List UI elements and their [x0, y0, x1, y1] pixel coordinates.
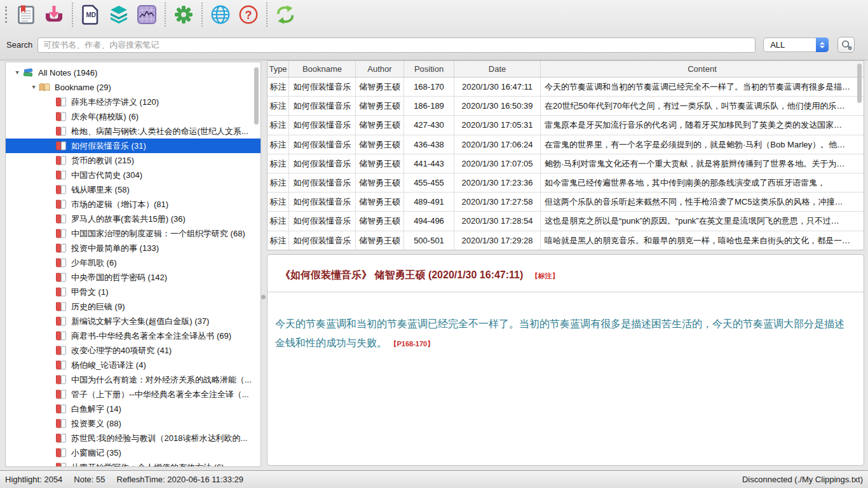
cell-position: 436-438 [404, 135, 454, 154]
tree-item[interactable]: ▼ 小窗幽记 (35) [6, 445, 261, 460]
red-book-icon [55, 287, 67, 297]
cell-date: 2020/1/30 17:28:54 [454, 212, 541, 230]
tree-item[interactable]: ▼ 薛兆丰经济学讲义 (120) [6, 95, 261, 109]
web-button[interactable] [207, 2, 234, 27]
tree-item[interactable]: ▼ 投资中最简单的事 (133) [6, 241, 261, 255]
cell-bookname: 如何假装懂音乐 [289, 154, 356, 173]
tree-item[interactable]: ▼ 甲骨文 (1) [6, 285, 261, 299]
red-book-icon [55, 112, 67, 121]
filter-select-value: ALL [764, 40, 817, 50]
statistics-chart-icon [137, 5, 156, 24]
cell-type: 标注 [268, 135, 289, 154]
tree-item[interactable]: ▼ 管子（上下册）--中华经典名著全本全注全译（... [6, 387, 261, 402]
tree-item[interactable]: ▼ 枪炮、病菌与钢铁:人类社会的命运(世纪人文系... [6, 124, 261, 139]
note-detail-panel: 《如何假装懂音乐》 储智勇王硕 (2020/1/30 16:47:11) 【标注… [267, 254, 864, 466]
tree-item[interactable]: ▼ 市场的逻辑（增订本）(81) [6, 197, 261, 212]
import-clippings-button[interactable] [40, 2, 68, 27]
tree-item-label: 如何假装懂音乐 (31) [71, 140, 146, 152]
notes-table-panel: Type Bookname Author Position Date Conte… [267, 60, 864, 250]
tree-item[interactable]: ▼ 中国古代简史 (304) [6, 168, 261, 182]
cell-bookname: 如何假装懂音乐 [289, 78, 356, 96]
tree-item[interactable]: ▼ 苏世民:我的经验与教训（2018读桥水达利欧的... [6, 431, 261, 445]
cell-author: 储智勇王硕 [356, 212, 404, 230]
filter-select[interactable]: ALL [763, 37, 829, 52]
tree-item[interactable]: ▼ 从零开始学写作：个人增值的有效方法 (6) [6, 460, 261, 467]
book-tree-panel: ▼ All Notes (1946) ▼ [5, 62, 261, 467]
table-row[interactable]: 标注 如何假装懂音乐 储智勇王硕 441-443 2020/1/30 17:07… [268, 154, 864, 173]
table-row[interactable]: 标注 如何假装懂音乐 储智勇王硕 455-455 2020/1/30 17:23… [268, 173, 864, 193]
tree-item[interactable]: ▼ 如何假装懂音乐 (31) [6, 139, 261, 153]
md-export-button[interactable]: MD [77, 2, 105, 27]
red-book-icon [55, 360, 67, 370]
cell-bookname: 如何假装懂音乐 [289, 97, 356, 115]
cell-bookname: 如何假装懂音乐 [289, 193, 356, 211]
table-row[interactable]: 标注 如何假装懂音乐 储智勇王硕 186-189 2020/1/30 16:50… [268, 97, 864, 116]
help-button[interactable]: ? [234, 2, 262, 27]
cell-position: 500-501 [404, 231, 454, 250]
detail-body-text: 今天的节奏蓝调和当初的节奏蓝调已经完全不一样了。当初的节奏蓝调有很多是描述困苦生… [275, 318, 844, 348]
cell-position: 427-430 [404, 116, 454, 134]
tree-item[interactable]: ▼ 货币的教训 (215) [6, 153, 261, 168]
tree-item-icon [55, 170, 68, 180]
toolbar-drag-handle[interactable] [5, 6, 7, 23]
tree-item-label: 改变心理学的40项研究 (41) [71, 345, 172, 356]
column-header-content[interactable]: Content [541, 61, 864, 77]
tree-item-icon [22, 68, 35, 78]
column-header-type[interactable]: Type [268, 61, 289, 77]
column-header-bookname[interactable]: Bookname [289, 61, 356, 77]
tree-item-label: 历史的巨镜 (9) [71, 301, 125, 313]
layers-merge-button[interactable] [105, 2, 133, 27]
layers-icon [109, 5, 128, 24]
cell-content: 鲍勃·马利对雷鬼文化还有一个重大贡献，就是将脏辫传播到了世界各地。关于为… [541, 154, 864, 173]
tree-item[interactable]: ▼ 少年凯歌 (6) [6, 255, 261, 270]
sidebar-scrollbar-thumb[interactable] [254, 67, 259, 125]
tree-item[interactable]: ▼ 庆余年(精校版) (6) [6, 109, 261, 124]
column-header-author[interactable]: Author [356, 61, 404, 77]
table-row[interactable]: 标注 如何假装懂音乐 储智勇王硕 500-501 2020/1/30 17:29… [268, 231, 864, 250]
tree-item[interactable]: ▼ 罗马人的故事(套装共15册) (36) [6, 212, 261, 226]
table-row[interactable]: 标注 如何假装懂音乐 储智勇王硕 489-491 2020/1/30 17:27… [268, 193, 864, 212]
table-row[interactable]: 标注 如何假装懂音乐 储智勇王硕 168-170 2020/1/30 16:47… [268, 78, 864, 97]
expand-triangle-icon[interactable]: ▼ [28, 85, 39, 91]
tree-item-icon [55, 375, 68, 385]
panel-splitter-handle[interactable] [261, 295, 266, 299]
table-scrollbar-thumb[interactable] [857, 64, 862, 103]
globe-icon [210, 4, 231, 25]
column-header-date[interactable]: Date [454, 61, 541, 77]
tree-item[interactable]: ▼ All Notes (1946) [6, 65, 261, 80]
table-row[interactable]: 标注 如何假装懂音乐 储智勇王硕 494-496 2020/1/30 17:28… [268, 212, 864, 231]
table-row[interactable]: 标注 如何假装懂音乐 储智勇王硕 436-438 2020/1/30 17:06… [268, 135, 864, 154]
red-book-icon [55, 404, 67, 414]
cell-date: 2020/1/30 17:23:36 [454, 173, 541, 192]
cell-position: 168-170 [404, 78, 454, 96]
tree-item[interactable]: ▼ 中国国家治理的制度逻辑：一个组织学研究 (68) [6, 226, 261, 241]
stacked-books-icon [22, 68, 34, 78]
table-row[interactable]: 标注 如何假装懂音乐 储智勇王硕 427-430 2020/1/30 17:05… [268, 116, 864, 135]
tree-item[interactable]: ▼ 投资要义 (88) [6, 416, 261, 431]
tree-item[interactable]: ▼ 杨伯峻_论语译注 (4) [6, 358, 261, 372]
tree-item-label: Bookname (29) [55, 83, 111, 92]
tree-item[interactable]: ▼ 改变心理学的40项研究 (41) [6, 343, 261, 358]
tree-item-icon [55, 316, 68, 327]
expand-triangle-icon[interactable]: ▼ [11, 70, 23, 76]
column-header-position[interactable]: Position [404, 61, 454, 77]
tree-item[interactable]: ▼ 历史的巨镜 (9) [6, 299, 261, 314]
magnifier-icon [841, 39, 852, 51]
tree-item[interactable]: ▼ 中央帝国的哲学密码 (142) [6, 270, 261, 285]
cell-position: 441-443 [404, 154, 454, 173]
tree-item[interactable]: ▼ 钱从哪里来 (58) [6, 182, 261, 197]
settings-button[interactable] [170, 2, 198, 27]
tree-item[interactable]: ▼ Bookname (29) [6, 80, 261, 95]
search-button[interactable] [837, 37, 855, 53]
tree-item[interactable]: ▼ 新编说文解字大全集(超值白金版) (37) [6, 314, 261, 329]
tree-item-label: 新编说文解字大全集(超值白金版) (37) [71, 316, 209, 327]
statistics-button[interactable] [133, 2, 161, 27]
tree-item[interactable]: ▼ 中国为什么有前途：对外经济关系的战略潜能（... [6, 372, 261, 387]
refresh-button[interactable] [271, 2, 299, 27]
tree-item[interactable]: ▼ 商君书-中华经典名著全本全注全译丛书 (69) [6, 329, 261, 343]
tree-item-label: 商君书-中华经典名著全本全注全译丛书 (69) [71, 330, 231, 342]
notes-document-button[interactable] [12, 2, 40, 27]
tree-item[interactable]: ▼ 白鱼解字 (14) [6, 402, 261, 416]
cell-content: 今天的节奏蓝调和当初的节奏蓝调已经完全不一样了。当初的节奏蓝调有很多是描… [541, 78, 864, 96]
search-input[interactable] [37, 37, 756, 53]
